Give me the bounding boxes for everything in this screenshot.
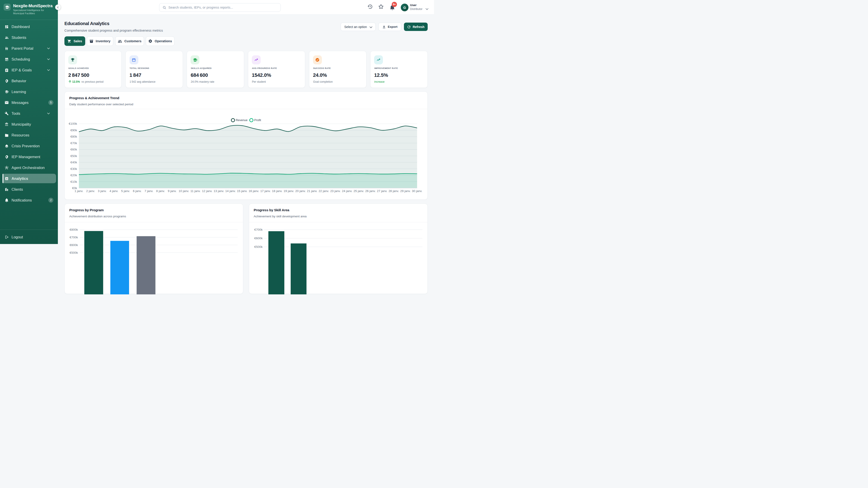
svg-text:3 janv.: 3 janv. bbox=[98, 189, 107, 193]
svg-text:€600k: €600k bbox=[70, 243, 78, 244]
svg-text:18 janv.: 18 janv. bbox=[272, 189, 282, 193]
svg-text:€70k: €70k bbox=[70, 141, 77, 145]
svg-text:€700k: €700k bbox=[70, 236, 78, 239]
svg-text:€10k: €10k bbox=[70, 180, 77, 183]
svg-text:21 janv.: 21 janv. bbox=[307, 189, 317, 193]
svg-text:4 janv.: 4 janv. bbox=[110, 189, 118, 193]
svg-text:€30k: €30k bbox=[70, 167, 77, 170]
svg-text:2 janv.: 2 janv. bbox=[86, 189, 95, 193]
svg-text:€700k: €700k bbox=[254, 228, 263, 231]
svg-text:5 janv.: 5 janv. bbox=[121, 189, 130, 193]
svg-text:€80k: €80k bbox=[70, 135, 77, 138]
svg-text:12 janv.: 12 janv. bbox=[202, 189, 212, 193]
svg-text:Revenue: Revenue bbox=[236, 119, 248, 122]
svg-text:23 janv.: 23 janv. bbox=[330, 189, 341, 193]
svg-text:19 janv.: 19 janv. bbox=[284, 189, 294, 193]
svg-text:1 janv.: 1 janv. bbox=[74, 189, 84, 193]
svg-text:€90k: €90k bbox=[70, 129, 77, 132]
svg-text:€20k: €20k bbox=[70, 173, 77, 177]
svg-text:15 janv.: 15 janv. bbox=[237, 189, 247, 193]
svg-text:€800k: €800k bbox=[70, 228, 78, 231]
svg-text:26 janv.: 26 janv. bbox=[365, 189, 376, 193]
svg-text:27 janv.: 27 janv. bbox=[377, 189, 387, 193]
svg-text:6 janv.: 6 janv. bbox=[133, 189, 142, 193]
svg-text:€40k: €40k bbox=[70, 161, 77, 164]
svg-text:16 janv.: 16 janv. bbox=[249, 189, 259, 193]
svg-text:14 janv.: 14 janv. bbox=[225, 189, 236, 193]
svg-text:30 janv.: 30 janv. bbox=[412, 189, 422, 193]
svg-text:€60k: €60k bbox=[70, 148, 77, 151]
svg-text:22 janv.: 22 janv. bbox=[318, 189, 329, 193]
svg-text:8 janv.: 8 janv. bbox=[156, 189, 165, 193]
svg-text:€600k: €600k bbox=[254, 236, 263, 240]
svg-text:17 janv.: 17 janv. bbox=[260, 189, 271, 193]
svg-text:9 janv.: 9 janv. bbox=[168, 189, 177, 193]
svg-text:24 janv.: 24 janv. bbox=[342, 189, 352, 193]
svg-text:7 janv.: 7 janv. bbox=[145, 189, 153, 193]
svg-text:13 janv.: 13 janv. bbox=[214, 189, 224, 193]
svg-text:29 janv.: 29 janv. bbox=[400, 189, 410, 193]
svg-text:Profit: Profit bbox=[254, 119, 261, 122]
svg-text:28 janv.: 28 janv. bbox=[389, 189, 399, 193]
svg-text:20 janv.: 20 janv. bbox=[295, 189, 306, 193]
svg-text:€50k: €50k bbox=[70, 154, 77, 158]
svg-text:11 janv.: 11 janv. bbox=[190, 189, 200, 193]
svg-text:10 janv.: 10 janv. bbox=[179, 189, 189, 193]
svg-text:€100k: €100k bbox=[69, 122, 77, 125]
svg-text:25 janv.: 25 janv. bbox=[353, 189, 364, 193]
